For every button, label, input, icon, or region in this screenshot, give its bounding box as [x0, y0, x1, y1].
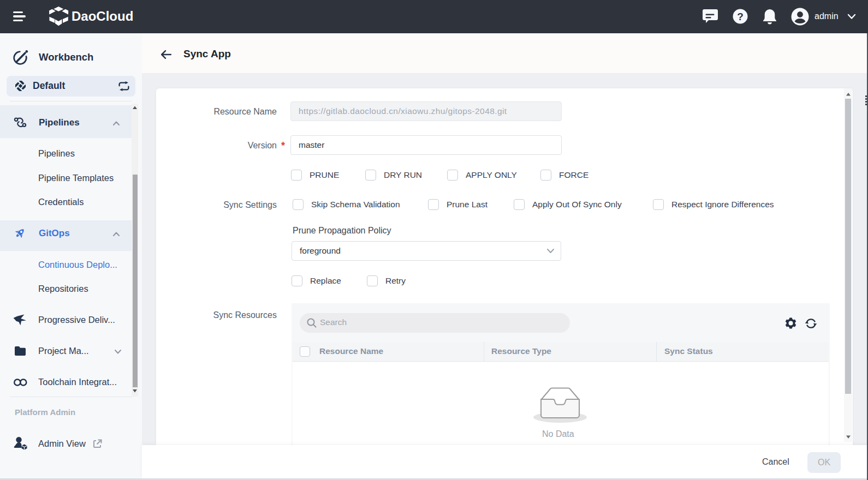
svg-text:?: ? — [737, 11, 744, 22]
